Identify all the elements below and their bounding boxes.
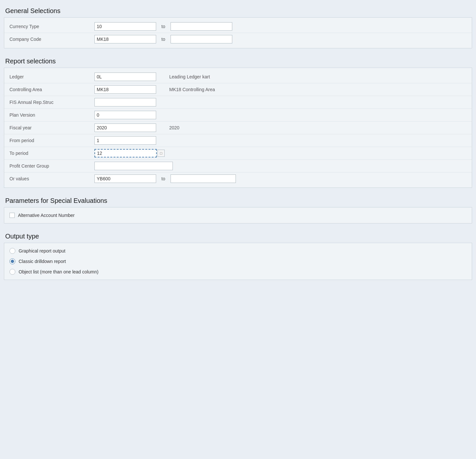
or-values-label: Or values — [9, 176, 94, 181]
currency-type-to-label: to — [161, 24, 165, 29]
plan-version-input[interactable] — [94, 111, 156, 119]
company-code-row: Company Code to — [4, 33, 472, 45]
to-period-copy-button[interactable]: □ — [157, 150, 165, 157]
report-selections-section: Report selections Ledger Leading Ledger … — [0, 54, 476, 188]
fis-annual-label: FIS Annual Rep.Struc — [9, 100, 94, 105]
plan-version-label: Plan Version — [9, 112, 94, 118]
report-selections-body: Ledger Leading Ledger kart Controlling A… — [4, 68, 472, 188]
to-period-row: To period □ — [4, 147, 472, 160]
controlling-area-label: Controlling Area — [9, 87, 94, 92]
from-period-input[interactable] — [94, 136, 156, 145]
profit-center-group-label: Profit Center Group — [9, 163, 94, 169]
ledger-row: Ledger Leading Ledger kart — [4, 71, 472, 83]
company-code-to-input[interactable] — [171, 35, 232, 43]
parameters-body: Alternative Account Number — [4, 207, 472, 223]
fiscal-year-input-group: 2020 — [94, 123, 467, 132]
or-values-input-group: to — [94, 174, 467, 183]
controlling-area-input-group: MK18 Controlling Area — [94, 85, 467, 94]
parameters-title: Parameters for Special Evaluations — [4, 193, 472, 207]
or-values-to-label: to — [161, 176, 165, 181]
currency-type-row: Currency Type to — [4, 20, 472, 33]
to-period-label: To period — [9, 151, 94, 156]
graphical-report-row: Graphical report output — [4, 246, 472, 256]
currency-type-to-input[interactable] — [171, 22, 232, 31]
output-type-title: Output type — [4, 229, 472, 243]
object-list-label: Object list (more than one lead column) — [19, 269, 98, 274]
plan-version-input-group — [94, 111, 467, 119]
controlling-area-input[interactable] — [94, 85, 156, 94]
object-list-radio[interactable] — [9, 269, 15, 275]
from-period-row: From period — [4, 134, 472, 147]
controlling-area-row: Controlling Area MK18 Controlling Area — [4, 83, 472, 96]
parameters-section: Parameters for Special Evaluations Alter… — [0, 193, 476, 223]
ledger-description: Leading Ledger kart — [169, 74, 210, 79]
profit-center-group-input-group — [94, 162, 467, 170]
general-selections-body: Currency Type to Company Code to — [4, 17, 472, 48]
or-values-input[interactable] — [94, 174, 156, 183]
page-container: General Selections Currency Type to Comp… — [0, 0, 476, 459]
classic-drilldown-label: Classic drilldown report — [19, 259, 66, 264]
from-period-input-group — [94, 136, 467, 145]
company-code-input[interactable] — [94, 35, 156, 43]
fiscal-year-input[interactable] — [94, 123, 156, 132]
graphical-report-radio[interactable] — [9, 248, 15, 254]
fiscal-year-label: Fiscal year — [9, 125, 94, 130]
ledger-input-group: Leading Ledger kart — [94, 73, 467, 81]
currency-type-input-group: to — [94, 22, 467, 31]
currency-type-input[interactable] — [94, 22, 156, 31]
general-selections-title: General Selections — [4, 3, 472, 17]
to-period-input[interactable] — [94, 149, 157, 157]
ledger-input[interactable] — [94, 73, 156, 81]
plan-version-row: Plan Version — [4, 109, 472, 122]
fis-annual-input[interactable] — [94, 98, 156, 107]
output-type-body: Graphical report output Classic drilldow… — [4, 243, 472, 280]
alternative-account-checkbox[interactable] — [9, 213, 15, 218]
currency-type-label: Currency Type — [9, 24, 94, 29]
classic-drilldown-row: Classic drilldown report — [4, 256, 472, 267]
profit-center-group-input[interactable] — [94, 162, 173, 170]
controlling-area-description: MK18 Controlling Area — [169, 87, 215, 92]
alternative-account-row: Alternative Account Number — [4, 210, 472, 221]
to-period-input-group: □ — [94, 149, 467, 157]
general-selections-section: General Selections Currency Type to Comp… — [0, 3, 476, 48]
from-period-label: From period — [9, 138, 94, 143]
fiscal-year-description: 2020 — [169, 125, 179, 130]
output-type-section: Output type Graphical report output Clas… — [0, 229, 476, 280]
profit-center-group-row: Profit Center Group — [4, 160, 472, 172]
alternative-account-label: Alternative Account Number — [18, 213, 75, 218]
company-code-label: Company Code — [9, 37, 94, 42]
ledger-label: Ledger — [9, 74, 94, 79]
object-list-row: Object list (more than one lead column) — [4, 267, 472, 277]
to-period-focused-container: □ — [94, 149, 165, 157]
company-code-input-group: to — [94, 35, 467, 43]
fiscal-year-row: Fiscal year 2020 — [4, 122, 472, 134]
fis-annual-input-group — [94, 98, 467, 107]
graphical-report-label: Graphical report output — [19, 248, 65, 254]
report-selections-title: Report selections — [4, 54, 472, 68]
fis-annual-row: FIS Annual Rep.Struc — [4, 96, 472, 109]
classic-drilldown-radio[interactable] — [9, 258, 15, 264]
or-values-to-input[interactable] — [171, 174, 236, 183]
company-code-to-label: to — [161, 37, 165, 42]
or-values-row: Or values to — [4, 172, 472, 185]
